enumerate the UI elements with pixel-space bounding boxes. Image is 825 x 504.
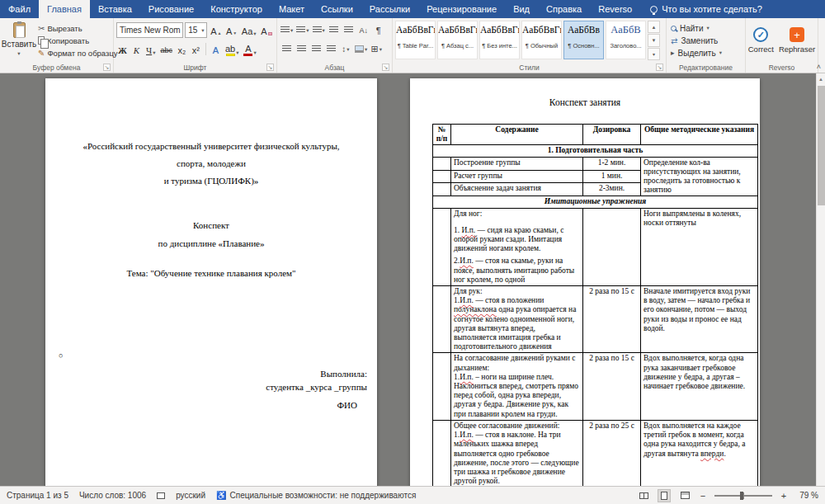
style-card-no-spacing[interactable]: АаБбВвГг ¶ Без инте...	[479, 21, 520, 59]
tab-references[interactable]: Ссылки	[313, 0, 361, 18]
lesson-plan-table[interactable]: № п/п Содержание Дозировка Общие методич…	[432, 124, 758, 486]
clear-formatting-button[interactable]: А	[259, 22, 274, 38]
table-cell-num[interactable]	[433, 170, 451, 183]
page-2[interactable]: Конспект занятия № п/п Содержание Дозиро…	[410, 78, 760, 486]
section-preparatory[interactable]: 1. Подготовительная часть	[433, 145, 758, 157]
replace-button[interactable]: ⇄ Заменить	[671, 35, 741, 46]
exercise-item[interactable]: 2.И.п. — стоя на скамье, руки на поясе, …	[454, 257, 580, 285]
page-1[interactable]: «Российский государственный университет …	[45, 78, 377, 486]
select-button[interactable]: ▸ Выделить ▾	[671, 47, 741, 59]
scrollbar-thumb[interactable]	[818, 86, 825, 205]
exercise-heading[interactable]: Общее согласование движений:	[454, 422, 580, 431]
highlight-color-button[interactable]: ab ▾	[224, 41, 241, 57]
tab-view[interactable]: Вид	[505, 0, 538, 18]
justify-button[interactable]	[324, 42, 337, 57]
language-indicator[interactable]: русский	[176, 491, 205, 500]
align-left-button[interactable]	[280, 42, 293, 57]
style-card-table-paragraph[interactable]: АаБбВвГг ¶ Table Par...	[395, 21, 436, 59]
table-cell-guidelines[interactable]: Вначале имитируется вход руки в воду, за…	[641, 286, 758, 353]
tab-mailings[interactable]: Рассылки	[361, 0, 418, 18]
table-cell-dosage[interactable]: 1-2 мин.	[583, 157, 641, 170]
table-cell-dosage[interactable]: 2 раза по 15 с	[583, 286, 641, 353]
circle-character[interactable]: ○	[59, 351, 63, 360]
text-effects-button[interactable]: А	[210, 41, 222, 57]
exercise-heading[interactable]: Для ног:	[454, 210, 580, 219]
table-cell-guidelines[interactable]: Ноги выпрямлены в коленях, носки оттянут…	[641, 208, 758, 285]
shading-button[interactable]: ▾	[354, 42, 368, 57]
theme-line[interactable]: Тема: "Обучение технике плавания кролем"	[45, 268, 377, 278]
shrink-font-button[interactable]: А▼	[224, 22, 238, 38]
format-painter-button[interactable]: ✎ Формат по образцу	[38, 47, 111, 59]
table-cell-dosage[interactable]: 2-3мин.	[583, 183, 641, 196]
table-cell-content[interactable]: Объяснение задач занятия	[451, 183, 583, 196]
exercise-heading[interactable]: Для рук:	[454, 287, 580, 296]
sort-button[interactable]: А↓	[357, 23, 370, 38]
line-spacing-button[interactable]: ↕▾	[339, 42, 352, 57]
table-cell-guidelines[interactable]: Определение кол-ва присутствующих на зан…	[641, 157, 758, 196]
table-cell-dosage[interactable]: 2 раза по 25 с	[583, 420, 641, 486]
table-cell-dosage[interactable]: 1 мин.	[583, 170, 641, 183]
cut-button[interactable]: ✂ Вырезать	[38, 22, 111, 34]
decrease-indent-button[interactable]	[328, 23, 341, 38]
tab-reverso[interactable]: Reverso	[590, 0, 640, 18]
table-cell-dosage[interactable]: 2 раза по 15 с	[583, 353, 641, 420]
borders-button[interactable]: ⊞▾	[370, 42, 383, 57]
vertical-scrollbar[interactable]: ▲	[816, 73, 825, 486]
reverso-correct-button[interactable]: ✓ Correct	[748, 22, 774, 59]
table-cell-content[interactable]: Построение группы	[451, 157, 583, 170]
tab-draw[interactable]: Рисование	[140, 0, 202, 18]
section-imitation-exercises[interactable]: Имитационные упражнения	[433, 196, 758, 208]
exercise-item[interactable]: 1.И.п. — стоя в положении полунаклона од…	[454, 296, 580, 351]
align-center-button[interactable]	[295, 42, 308, 57]
increase-indent-button[interactable]	[342, 23, 356, 38]
styles-scroll-up-button[interactable]: ▲	[648, 21, 660, 33]
multilevel-list-button[interactable]: ▾	[312, 23, 326, 38]
table-cell-num[interactable]	[433, 286, 451, 353]
table-cell-content[interactable]: Общее согласование движений: 1.И.п. — ст…	[451, 420, 583, 486]
change-case-button[interactable]: Аа▾	[240, 22, 257, 38]
page-indicator[interactable]: Страница 1 из 5	[7, 491, 68, 500]
exercise-item[interactable]: 1.И.п. — стоя в наклоне. На три маленьки…	[454, 431, 580, 486]
font-family-select[interactable]: Times New Rom ▾	[116, 22, 183, 38]
table-cell-content[interactable]: Для ног: 1. И.п. — сидя на краю скамьи, …	[451, 208, 583, 285]
university-line2[interactable]: и туризма (ГЦОЛИФК)»	[68, 172, 354, 190]
align-right-button[interactable]	[309, 42, 323, 57]
table-cell-content[interactable]: На согласование движений руками с дыхани…	[451, 353, 583, 420]
exercise-heading[interactable]: На согласование движений руками с дыхани…	[454, 354, 580, 372]
author-block[interactable]: Выполнила: студентка _курса _группы ФИО	[266, 367, 367, 412]
zoom-out-button[interactable]: −	[699, 491, 707, 501]
word-count[interactable]: Число слов: 1006	[79, 491, 146, 500]
styles-more-button[interactable]: ▾	[648, 48, 660, 60]
italic-button[interactable]: К	[130, 41, 143, 57]
table-cell-num[interactable]	[433, 183, 451, 196]
author-name-line[interactable]: ФИО	[266, 398, 367, 412]
style-card-body-text-selected[interactable]: АаБбВв ¶ Основн...	[563, 21, 604, 59]
paragraph-dialog-launcher[interactable]: ↘	[382, 64, 389, 71]
strikethrough-button[interactable]: abc	[158, 41, 174, 57]
table-cell-content[interactable]: Для рук: 1.И.п. — стоя в положении полун…	[451, 286, 583, 353]
find-button[interactable]: Найти ▾	[671, 22, 741, 34]
style-card-heading[interactable]: АаБбВ Заголово...	[606, 21, 646, 59]
zoom-percentage[interactable]: 79 %	[795, 491, 818, 500]
font-dialog-launcher[interactable]: ↘	[266, 64, 274, 71]
table-cell-content[interactable]: Расчет группы	[451, 170, 583, 183]
header-number[interactable]: № п/п	[433, 125, 451, 145]
styles-scroll-down-button[interactable]: ▼	[648, 34, 660, 46]
zoom-in-button[interactable]: +	[780, 491, 788, 501]
tell-me-search[interactable]: Что вы хотите сделать?	[650, 0, 762, 18]
author-role-line[interactable]: Выполнила:	[266, 367, 367, 380]
copy-button[interactable]: Копировать	[38, 35, 111, 46]
tab-file[interactable]: Файл	[0, 0, 39, 18]
table-cell-guidelines[interactable]: Вдох выполняется, когда одна рука заканч…	[641, 353, 758, 420]
table-cell-num[interactable]	[433, 157, 451, 170]
superscript-button[interactable]: x²	[190, 41, 202, 57]
bold-button[interactable]: Ж	[116, 41, 129, 57]
grow-font-button[interactable]: А▲	[209, 22, 223, 38]
read-mode-button[interactable]	[637, 489, 650, 502]
subscript-button[interactable]: x₂	[176, 41, 188, 57]
numbering-button[interactable]: ▾	[295, 23, 309, 38]
discipline-line[interactable]: по дисциплине «Плавание»	[45, 238, 377, 248]
scroll-up-arrow[interactable]: ▲	[817, 73, 825, 84]
author-student-line[interactable]: студентка _курса _группы	[266, 380, 367, 393]
proofing-icon[interactable]	[157, 492, 165, 499]
